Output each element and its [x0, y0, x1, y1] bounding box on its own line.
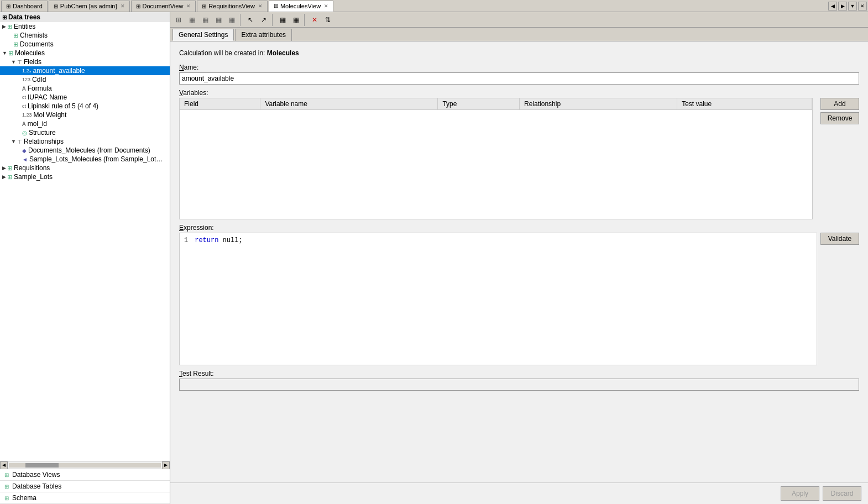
- toolbar-icon-1: ⊞: [176, 16, 181, 24]
- sidebar-item-structure[interactable]: ◎ Structure: [0, 128, 170, 137]
- relationships-expand-icon[interactable]: ▼: [11, 139, 16, 144]
- sidebar-item-molweight[interactable]: 1.23 Mol Weight: [0, 111, 170, 119]
- tab-general-settings[interactable]: General Settings: [172, 29, 234, 41]
- name-section: Name:: [179, 64, 859, 85]
- tab-requisitionsview[interactable]: ⊞ RequisitionsView ✕: [197, 1, 268, 12]
- line-numbers: 1: [184, 235, 188, 363]
- toolbar-btn-delete[interactable]: ✕: [308, 14, 321, 26]
- bottom-bar: Apply Discard: [170, 482, 868, 504]
- tab-scroll-left[interactable]: ◀: [828, 2, 837, 11]
- remove-variable-button[interactable]: Remove: [820, 112, 859, 124]
- sidebar-nav-database-views[interactable]: ⊞ Database Views: [0, 469, 170, 481]
- tab-documentview-close[interactable]: ✕: [186, 3, 191, 9]
- form-area: Calculation will be created in: Molecule…: [170, 41, 868, 482]
- discard-button[interactable]: Discard: [823, 486, 861, 501]
- variables-label: Variables:: [179, 89, 859, 97]
- tab-pubchem-close[interactable]: ✕: [121, 3, 125, 9]
- sidebar-item-cdid[interactable]: 123 CdId: [0, 75, 170, 84]
- hscroll-right-btn[interactable]: ▶: [162, 461, 170, 469]
- sidebar-item-fields[interactable]: ▼ ⊤ Fields: [0, 57, 170, 66]
- tab-requisitionsview-close[interactable]: ✕: [258, 3, 263, 9]
- lipinski-label: Lipinski rule of 5 (4 of 4): [28, 102, 98, 110]
- expression-container[interactable]: 1 return null;: [179, 233, 817, 365]
- toolbar-btn-3[interactable]: ▦: [199, 14, 211, 26]
- sidebar-item-entities[interactable]: ▶ ⊞ Entities: [0, 22, 170, 31]
- apply-button[interactable]: Apply: [781, 486, 819, 501]
- requisitions-expand-icon[interactable]: ▶: [2, 165, 6, 171]
- sidebar-item-molecules[interactable]: ▼ ⊞ Molecules: [0, 49, 170, 57]
- toolbar-btn-chart1[interactable]: ▦: [276, 14, 289, 26]
- sidebar-item-documents[interactable]: ⊞ Documents: [0, 40, 170, 49]
- toolbar-btn-arrow1[interactable]: ↖: [244, 14, 257, 26]
- tab-extra-attributes[interactable]: Extra attributes: [235, 29, 292, 41]
- molecules-expand-icon[interactable]: ▼: [2, 50, 7, 56]
- chemists-icon: ⊞: [13, 32, 18, 39]
- toolbar-delete-icon: ✕: [312, 16, 317, 24]
- var-col-varname: Variable name: [260, 98, 438, 110]
- sidebar-header-datatrees[interactable]: ⊞ Data trees: [0, 12, 170, 22]
- hscroll-left-btn[interactable]: ◀: [0, 461, 8, 469]
- tab-documentview[interactable]: ⊞ DocumentView ✕: [131, 1, 196, 12]
- toolbar-btn-sort[interactable]: ⇅: [322, 14, 334, 26]
- validate-button[interactable]: Validate: [820, 233, 859, 245]
- sidebar-item-relationships[interactable]: ▼ ⊤ Relationships: [0, 137, 170, 146]
- tab-requisitionsview-label: RequisitionsView: [208, 3, 255, 9]
- name-input[interactable]: [179, 72, 859, 85]
- content-area: ⊞ ▦ ▦ ▦ ▦ ↖ ↗ ▦: [170, 12, 868, 504]
- toolbar-btn-1[interactable]: ⊞: [172, 14, 185, 26]
- sidebar-item-chemists[interactable]: ⊞ Chemists: [0, 31, 170, 40]
- test-result-input[interactable]: [179, 379, 859, 391]
- tab-bar: ⊞ Dashboard ⊞ PubChem [as admin] ✕ ⊞ Doc…: [0, 0, 868, 12]
- variables-row: Field Variable name Type Relationship Te…: [179, 98, 859, 219]
- expression-code-rest: null;: [218, 237, 242, 244]
- tab-pubchem[interactable]: ⊞ PubChem [as admin] ✕: [49, 1, 130, 12]
- toolbar-btn-4[interactable]: ▦: [212, 14, 224, 26]
- tab-close-all[interactable]: ✕: [858, 2, 867, 11]
- toolbar-btn-2[interactable]: ▦: [186, 14, 198, 26]
- sidebar-item-formula[interactable]: A Formula: [0, 84, 170, 93]
- dashboard-tab-icon: ⊞: [6, 3, 11, 9]
- sidebar-nav-schema[interactable]: ⊞ Schema: [0, 492, 170, 504]
- tab-moleculesview-close[interactable]: ✕: [324, 3, 328, 9]
- toolbar-btn-chart2[interactable]: ▦: [290, 14, 302, 26]
- relationships-label: Relationships: [24, 138, 64, 145]
- sidebar-item-lipinski[interactable]: ct Lipinski rule of 5 (4 of 4): [0, 102, 170, 111]
- toolbar-chart2-icon: ▦: [293, 16, 299, 24]
- expression-section: Expression: 1 return null;: [179, 224, 859, 365]
- toolbar-btn-5[interactable]: ▦: [226, 14, 238, 26]
- var-col-relationship: Relationship: [520, 98, 677, 110]
- requisitions-label: Requisitions: [14, 164, 50, 172]
- formula-icon: A: [22, 86, 26, 92]
- hscroll-track[interactable]: [9, 463, 161, 468]
- tab-dashboard-label: Dashboard: [13, 3, 43, 9]
- entities-icon: ⊞: [7, 23, 12, 30]
- lipinski-icon: ct: [22, 103, 26, 109]
- entities-expand-icon[interactable]: ▶: [2, 24, 6, 29]
- toolbar-chart1-icon: ▦: [280, 16, 286, 24]
- database-views-label: Database Views: [12, 471, 60, 479]
- tab-moleculesview[interactable]: ⊞ MoleculesView ✕: [269, 1, 333, 12]
- expression-label-e: E: [179, 224, 184, 232]
- sample-lots-expand-icon[interactable]: ▶: [2, 174, 6, 180]
- fields-expand-icon[interactable]: ▼: [11, 59, 16, 65]
- tab-dropdown[interactable]: ▼: [848, 2, 857, 11]
- toolbar: ⊞ ▦ ▦ ▦ ▦ ↖ ↗ ▦: [170, 12, 868, 28]
- sidebar-item-iupac[interactable]: ct IUPAC Name: [0, 93, 170, 102]
- sidebar-nav-database-tables[interactable]: ⊞ Database Tables: [0, 481, 170, 492]
- content-tabs: General Settings Extra attributes: [170, 28, 868, 41]
- add-variable-button[interactable]: Add: [820, 98, 859, 110]
- expression-header: Expression:: [179, 224, 859, 233]
- expression-code[interactable]: return null;: [195, 235, 812, 363]
- sidebar-item-docs-molecules[interactable]: ◆ Documents_Molecules (from Documents): [0, 146, 170, 155]
- tab-scroll-right[interactable]: ▶: [838, 2, 847, 11]
- molid-label: mol_id: [28, 120, 47, 128]
- sidebar-item-sample-lots[interactable]: ▶ ⊞ Sample_Lots: [0, 172, 170, 181]
- sidebar-item-amount-available[interactable]: 1.2ₐ amount_available: [0, 66, 170, 75]
- sidebar-item-requisitions[interactable]: ▶ ⊞ Requisitions: [0, 164, 170, 172]
- tab-dashboard[interactable]: ⊞ Dashboard: [1, 1, 48, 12]
- toolbar-btn-arrow2[interactable]: ↗: [258, 14, 270, 26]
- moleculesview-tab-icon: ⊞: [274, 3, 278, 9]
- expression-row: 1 return null; Validate: [179, 233, 859, 365]
- sidebar-item-sample-lots-rel[interactable]: ◄ Sample_Lots_Molecules (from Sample_Lot…: [0, 155, 170, 164]
- sidebar-item-molid[interactable]: A mol_id: [0, 119, 170, 128]
